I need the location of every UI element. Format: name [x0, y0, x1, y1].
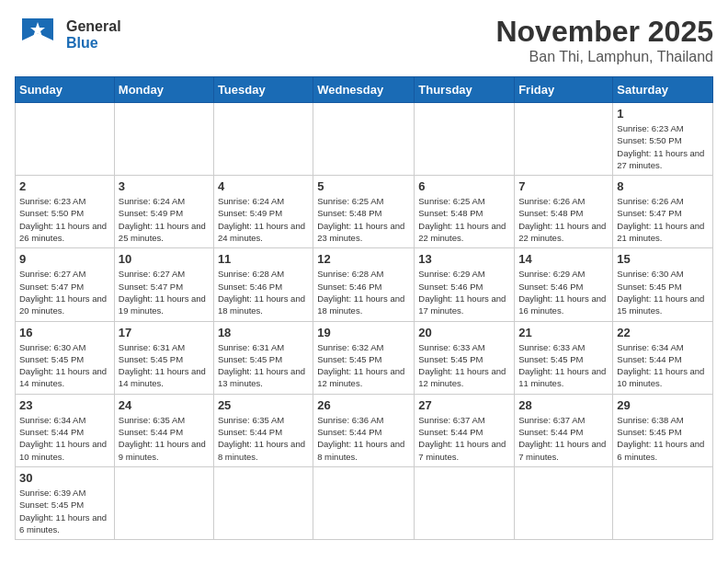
day-number: 27: [418, 398, 510, 412]
calendar-header-row: SundayMondayTuesdayWednesdayThursdayFrid…: [16, 77, 713, 103]
month-title: November 2025: [495, 15, 713, 49]
day-info: Sunrise: 6:39 AM Sunset: 5:45 PM Dayligh…: [19, 487, 110, 535]
calendar-table: SundayMondayTuesdayWednesdayThursdayFrid…: [15, 76, 713, 540]
day-number: 8: [617, 179, 709, 193]
calendar-cell: 4Sunrise: 6:24 AM Sunset: 5:49 PM Daylig…: [213, 176, 313, 248]
day-info: Sunrise: 6:27 AM Sunset: 5:47 PM Dayligh…: [119, 268, 210, 316]
calendar-cell: 17Sunrise: 6:31 AM Sunset: 5:45 PM Dayli…: [114, 321, 213, 394]
day-info: Sunrise: 6:37 AM Sunset: 5:44 PM Dayligh…: [518, 414, 609, 463]
calendar-cell: 12Sunrise: 6:28 AM Sunset: 5:46 PM Dayli…: [313, 248, 415, 321]
calendar-cell: 18Sunrise: 6:31 AM Sunset: 5:45 PM Dayli…: [213, 321, 313, 394]
calendar-cell: 27Sunrise: 6:37 AM Sunset: 5:44 PM Dayli…: [415, 394, 515, 466]
day-info: Sunrise: 6:31 AM Sunset: 5:45 PM Dayligh…: [218, 341, 309, 390]
calendar-cell: 1Sunrise: 6:23 AM Sunset: 5:50 PM Daylig…: [613, 103, 713, 176]
calendar-cell: 22Sunrise: 6:34 AM Sunset: 5:44 PM Dayli…: [613, 321, 713, 394]
calendar-cell: 9Sunrise: 6:27 AM Sunset: 5:47 PM Daylig…: [16, 248, 115, 321]
day-number: 21: [518, 326, 609, 339]
day-number: 16: [19, 326, 110, 339]
day-info: Sunrise: 6:34 AM Sunset: 5:44 PM Dayligh…: [617, 341, 709, 390]
logo: General Blue: [15, 15, 121, 55]
day-number: 1: [617, 107, 709, 121]
day-info: Sunrise: 6:28 AM Sunset: 5:46 PM Dayligh…: [218, 268, 309, 316]
calendar-cell: 30Sunrise: 6:39 AM Sunset: 5:45 PM Dayli…: [16, 466, 115, 539]
logo-icon: [15, 15, 61, 55]
day-info: Sunrise: 6:32 AM Sunset: 5:45 PM Dayligh…: [317, 341, 410, 390]
day-info: Sunrise: 6:33 AM Sunset: 5:45 PM Dayligh…: [418, 341, 510, 390]
header-friday: Friday: [515, 77, 613, 103]
calendar-cell: [16, 103, 115, 176]
calendar-cell: [213, 103, 313, 176]
day-number: 4: [218, 179, 309, 193]
header: General Blue November 2025 Ban Thi, Lamp…: [15, 15, 713, 65]
day-number: 13: [418, 252, 510, 266]
day-info: Sunrise: 6:25 AM Sunset: 5:48 PM Dayligh…: [317, 195, 410, 244]
calendar-cell: 8Sunrise: 6:26 AM Sunset: 5:47 PM Daylig…: [613, 176, 713, 248]
calendar-cell: [613, 466, 713, 539]
header-thursday: Thursday: [415, 77, 515, 103]
calendar-cell: 13Sunrise: 6:29 AM Sunset: 5:46 PM Dayli…: [415, 248, 515, 321]
day-number: 17: [119, 326, 210, 339]
day-info: Sunrise: 6:36 AM Sunset: 5:44 PM Dayligh…: [317, 414, 410, 463]
day-number: 19: [317, 326, 410, 339]
day-info: Sunrise: 6:24 AM Sunset: 5:49 PM Dayligh…: [119, 195, 210, 244]
calendar-cell: 28Sunrise: 6:37 AM Sunset: 5:44 PM Dayli…: [515, 394, 613, 466]
week-row-1: 1Sunrise: 6:23 AM Sunset: 5:50 PM Daylig…: [16, 103, 713, 176]
day-info: Sunrise: 6:35 AM Sunset: 5:44 PM Dayligh…: [218, 414, 309, 463]
calendar-cell: [114, 466, 213, 539]
calendar-cell: [313, 466, 415, 539]
week-row-2: 2Sunrise: 6:23 AM Sunset: 5:50 PM Daylig…: [16, 176, 713, 248]
header-tuesday: Tuesday: [213, 77, 313, 103]
calendar-cell: [313, 103, 415, 176]
title-section: November 2025 Ban Thi, Lamphun, Thailand: [495, 15, 713, 65]
week-row-5: 23Sunrise: 6:34 AM Sunset: 5:44 PM Dayli…: [16, 394, 713, 466]
calendar-cell: 25Sunrise: 6:35 AM Sunset: 5:44 PM Dayli…: [213, 394, 313, 466]
header-saturday: Saturday: [613, 77, 713, 103]
week-row-3: 9Sunrise: 6:27 AM Sunset: 5:47 PM Daylig…: [16, 248, 713, 321]
day-number: 3: [119, 179, 210, 193]
day-info: Sunrise: 6:38 AM Sunset: 5:45 PM Dayligh…: [617, 414, 709, 463]
day-number: 18: [218, 326, 309, 339]
calendar-cell: 24Sunrise: 6:35 AM Sunset: 5:44 PM Dayli…: [114, 394, 213, 466]
calendar-cell: 19Sunrise: 6:32 AM Sunset: 5:45 PM Dayli…: [313, 321, 415, 394]
day-number: 22: [617, 326, 709, 339]
day-number: 24: [119, 398, 210, 412]
day-number: 9: [19, 252, 110, 266]
calendar-cell: 7Sunrise: 6:26 AM Sunset: 5:48 PM Daylig…: [515, 176, 613, 248]
calendar-cell: 15Sunrise: 6:30 AM Sunset: 5:45 PM Dayli…: [613, 248, 713, 321]
calendar-cell: 11Sunrise: 6:28 AM Sunset: 5:46 PM Dayli…: [213, 248, 313, 321]
calendar-cell: 21Sunrise: 6:33 AM Sunset: 5:45 PM Dayli…: [515, 321, 613, 394]
day-info: Sunrise: 6:28 AM Sunset: 5:46 PM Dayligh…: [317, 268, 410, 316]
day-number: 26: [317, 398, 410, 412]
day-number: 5: [317, 179, 410, 193]
day-info: Sunrise: 6:27 AM Sunset: 5:47 PM Dayligh…: [19, 268, 110, 316]
calendar-cell: 23Sunrise: 6:34 AM Sunset: 5:44 PM Dayli…: [16, 394, 115, 466]
day-number: 14: [518, 252, 609, 266]
calendar-cell: [515, 466, 613, 539]
day-number: 20: [418, 326, 510, 339]
calendar-cell: 29Sunrise: 6:38 AM Sunset: 5:45 PM Dayli…: [613, 394, 713, 466]
day-info: Sunrise: 6:29 AM Sunset: 5:46 PM Dayligh…: [418, 268, 510, 316]
day-info: Sunrise: 6:30 AM Sunset: 5:45 PM Dayligh…: [617, 268, 709, 316]
calendar-cell: 10Sunrise: 6:27 AM Sunset: 5:47 PM Dayli…: [114, 248, 213, 321]
day-number: 30: [19, 471, 110, 485]
header-wednesday: Wednesday: [313, 77, 415, 103]
day-info: Sunrise: 6:23 AM Sunset: 5:50 PM Dayligh…: [617, 122, 709, 171]
logo-general-text: General: [66, 18, 121, 35]
day-info: Sunrise: 6:30 AM Sunset: 5:45 PM Dayligh…: [19, 341, 110, 390]
week-row-6: 30Sunrise: 6:39 AM Sunset: 5:45 PM Dayli…: [16, 466, 713, 539]
day-number: 10: [119, 252, 210, 266]
week-row-4: 16Sunrise: 6:30 AM Sunset: 5:45 PM Dayli…: [16, 321, 713, 394]
day-info: Sunrise: 6:34 AM Sunset: 5:44 PM Dayligh…: [19, 414, 110, 463]
day-number: 25: [218, 398, 309, 412]
page: General Blue November 2025 Ban Thi, Lamp…: [0, 0, 728, 555]
day-info: Sunrise: 6:24 AM Sunset: 5:49 PM Dayligh…: [218, 195, 309, 244]
day-number: 2: [19, 179, 110, 193]
day-info: Sunrise: 6:26 AM Sunset: 5:48 PM Dayligh…: [518, 195, 609, 244]
day-number: 7: [518, 179, 609, 193]
day-number: 28: [518, 398, 609, 412]
day-number: 15: [617, 252, 709, 266]
calendar-cell: 14Sunrise: 6:29 AM Sunset: 5:46 PM Dayli…: [515, 248, 613, 321]
calendar-cell: 3Sunrise: 6:24 AM Sunset: 5:49 PM Daylig…: [114, 176, 213, 248]
day-info: Sunrise: 6:29 AM Sunset: 5:46 PM Dayligh…: [518, 268, 609, 316]
calendar-cell: 6Sunrise: 6:25 AM Sunset: 5:48 PM Daylig…: [415, 176, 515, 248]
